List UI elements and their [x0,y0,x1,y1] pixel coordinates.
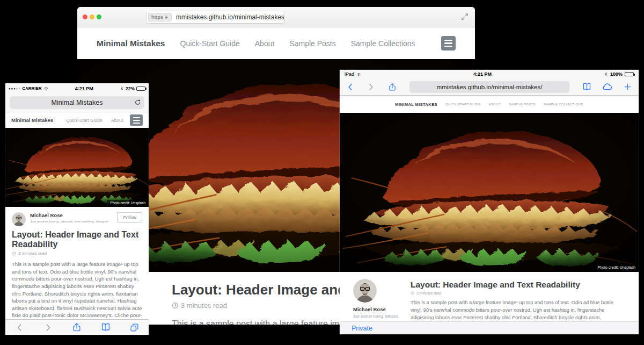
menu-toggle-button[interactable] [441,36,456,51]
avatar [353,279,377,303]
battery-percent: 22% [126,86,135,91]
author-card: Michael Rose Just another boring, tattoo… [5,207,149,228]
reading-time: 3 minutes read [181,301,227,310]
back-button[interactable] [346,83,355,91]
menu-toggle-button[interactable] [130,114,143,126]
share-icon[interactable] [388,83,397,91]
minimize-window-button[interactable] [90,15,94,19]
forward-button[interactable] [367,83,375,91]
nav-link-about[interactable]: About [255,39,275,48]
reload-icon[interactable] [134,99,141,106]
author-sidebar: Michael Rose Just another boring, tattoo… [340,272,411,321]
status-time: 4:21 PM [49,86,120,91]
battery-icon [136,87,145,91]
post-paragraph: This is a sample post with a large featu… [411,299,614,321]
post-title: Layout: Header Image and Text Readabilit… [411,280,614,289]
author-bio: Just another boring, tattooed, [353,314,411,318]
nav-link-quick-start-guide[interactable]: QUICK-START GUIDE [445,103,481,106]
carrier-label: CARRIER [22,86,41,91]
battery-percent: 100% [610,71,623,77]
nav-link-sample-posts[interactable]: Sample Posts [289,39,335,48]
close-window-button[interactable] [83,15,87,19]
nav-link-sample-posts[interactable]: SAMPLE POSTS [509,103,536,106]
post-content: Michael Rose Just another boring, tattoo… [340,272,639,321]
zoom-window-button[interactable] [97,15,101,19]
private-button[interactable]: Private [352,325,372,332]
address-bar[interactable]: https mmistakes.github.io/minimal-mistak… [146,11,284,24]
address-bar[interactable]: Minimal Mistakes [10,96,144,109]
author-name: Michael Rose [353,306,411,312]
url-title-text: Minimal Mistakes [52,99,103,106]
post-title: Layout: Header Image and Text Readabilit… [5,228,149,249]
nav-link-quick-start-guide[interactable]: Quick-Start Guide [180,39,240,48]
device-showcase-canvas: https mmistakes.github.io/minimal-mistak… [0,0,644,345]
reading-time: 3 minutes read [18,251,47,256]
wifi-icon [356,72,361,77]
safari-toolbar: mmistakes.github.io/minimal-mistakes/ [340,78,639,96]
clock-icon [411,291,414,295]
iphone-screen: ●●●○○ CARRIER 4:21 PM 22% Minimal Mistak… [5,83,149,335]
nav-link-sample-collections[interactable]: SAMPLE COLLECTIONS [544,103,583,106]
post-body: Layout: Header Image and Text Readabilit… [411,272,639,321]
header-feature-image: Photo credit: Unsplash [340,113,639,272]
tabs-icon[interactable] [130,323,139,332]
lock-icon [164,15,169,19]
site-brand-link[interactable]: Minimal Mistakes [11,117,53,123]
status-time: 4:21 PM [361,71,604,77]
site-brand-link[interactable]: MINIMAL MISTAKES [395,102,437,107]
address-bar[interactable]: mmistakes.github.io/minimal-mistakes/ [409,81,569,93]
private-browsing-bar: Private [340,321,639,334]
nav-link-about[interactable]: ABOUT [489,103,501,106]
author-name: Michael Rose [30,212,109,218]
post-meta: 3 minutes read [411,291,614,295]
url-text: mmistakes.github.io/minimal-mistakes/ [172,13,284,21]
author-bio: Just another boring, tattooed, time trav… [30,219,109,223]
nav-link-about[interactable]: About [111,118,123,123]
clock-icon [12,251,16,256]
browser-titlebar: https mmistakes.github.io/minimal-mistak… [77,7,475,27]
iphone-status-bar: ●●●○○ CARRIER 4:21 PM 22% [5,83,149,94]
device-label: iPad [345,71,354,77]
new-tab-icon[interactable] [624,83,632,91]
bookmarks-icon[interactable] [101,322,111,332]
safari-bottom-toolbar [5,319,149,335]
photo-credit-badge: Photo credit: Unsplash [107,200,149,206]
battery-icon [625,72,634,76]
leaves-photo [5,128,149,207]
bookmarks-icon[interactable] [582,82,591,91]
post-meta: 3 minutes read [5,249,149,256]
leaves-photo [340,113,639,272]
https-label: https [151,15,163,20]
site-masthead: Minimal Mistakes Quick-Start Guide About… [77,27,475,59]
header-feature-image: Photo credit: Unsplash [5,128,149,207]
reading-time: 3 minutes read [416,291,441,295]
nav-link-quick-start-guide[interactable]: Quick-Start Guide [66,118,103,123]
follow-button[interactable]: Follow [117,212,142,223]
share-icon[interactable] [72,322,82,332]
site-masthead: Minimal Mistakes Quick-Start Guide About [5,112,149,128]
bluetooth-icon [120,87,124,91]
ipad-status-bar: iPad 4:21 PM 100% [340,70,639,78]
nav-link-sample-collections[interactable]: Sample Collections [351,39,415,48]
bluetooth-icon [604,72,608,76]
avatar [12,212,26,226]
clock-icon [172,302,179,309]
site-masthead: MINIMAL MISTAKES QUICK-START GUIDE ABOUT… [340,96,639,113]
wifi-icon [43,86,49,91]
signal-dots-icon: ●●●○○ [9,87,21,90]
photo-credit-badge: Photo credit: Unsplash [595,264,639,270]
ipad-screen: iPad 4:21 PM 100% mmistakes.github.io/mi… [340,70,639,334]
https-badge: https [148,13,172,21]
safari-url-row: Minimal Mistakes [5,94,149,112]
forward-button[interactable] [43,323,53,332]
fullscreen-expand-icon[interactable] [461,13,469,20]
back-button[interactable] [15,323,24,332]
icloud-tabs-icon[interactable] [602,82,612,92]
site-brand-link[interactable]: Minimal Mistakes [97,39,165,48]
